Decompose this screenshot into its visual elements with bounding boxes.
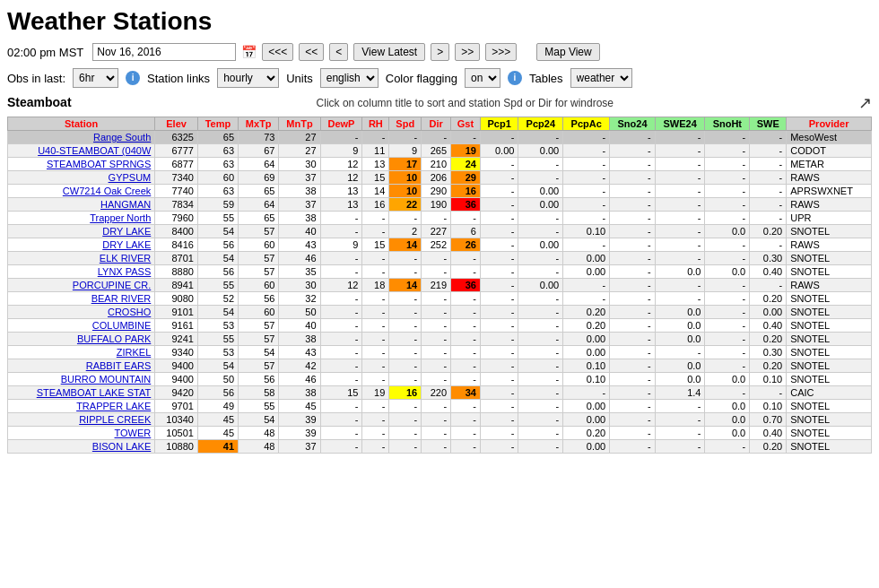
cell-temp: 53 xyxy=(197,346,238,359)
cell-temp: 54 xyxy=(197,252,238,265)
cell-station[interactable]: STEAMBOAT LAKE STAT xyxy=(8,386,155,400)
cell-provider[interactable]: SNOTEL xyxy=(787,265,872,279)
cell-provider[interactable]: SNOTEL xyxy=(787,292,872,306)
nav-back1[interactable]: < xyxy=(329,43,348,61)
cell-provider[interactable]: RAWS xyxy=(787,238,872,252)
cell-station[interactable]: CROSHO xyxy=(8,306,155,319)
cell-dir: 210 xyxy=(422,158,451,171)
col-pcpac[interactable]: PcpAc xyxy=(563,117,610,131)
cell-dir: 190 xyxy=(422,198,451,212)
col-elev[interactable]: Elev xyxy=(155,117,198,131)
nav-back2[interactable]: << xyxy=(299,43,324,61)
col-pcp1[interactable]: Pcp1 xyxy=(480,117,518,131)
cell-station[interactable]: COLUMBINE xyxy=(8,319,155,333)
col-mxtp[interactable]: MxTp xyxy=(239,117,279,131)
cell-station[interactable]: HANGMAN xyxy=(8,198,155,212)
cell-station[interactable]: GYPSUM xyxy=(8,171,155,185)
cell-provider[interactable]: SNOTEL xyxy=(787,252,872,265)
cell-provider[interactable]: MesoWest xyxy=(787,131,872,144)
view-latest-button[interactable]: View Latest xyxy=(353,43,425,61)
cell-station[interactable]: Trapper North xyxy=(8,212,155,225)
col-spd[interactable]: Spd xyxy=(389,117,422,131)
tables-label: Tables xyxy=(529,72,563,85)
cell-station[interactable]: LYNX PASS xyxy=(8,265,155,279)
cell-provider[interactable]: SNOTEL xyxy=(787,413,872,427)
cell-provider[interactable]: SNOTEL xyxy=(787,346,872,359)
cell-provider[interactable]: APRSWXNET xyxy=(787,185,872,198)
units-select[interactable]: englishmetric xyxy=(320,68,379,88)
cell-provider[interactable]: RAWS xyxy=(787,198,872,212)
cell-provider[interactable]: SNOTEL xyxy=(787,306,872,319)
col-rh[interactable]: RH xyxy=(362,117,389,131)
calendar-icon[interactable]: 📅 xyxy=(241,45,257,59)
cell-sno24: - xyxy=(610,131,656,144)
table-row: RIPPLE CREEK10340455439-------0.00--0.00… xyxy=(8,413,872,427)
color-flagging-select[interactable]: onoff xyxy=(465,68,500,88)
cell-provider[interactable]: SNOTEL xyxy=(787,373,872,386)
cell-station[interactable]: DRY LAKE xyxy=(8,238,155,252)
cell-provider[interactable]: UPR xyxy=(787,212,872,225)
obs-info-icon[interactable]: i xyxy=(126,71,140,85)
cell-station[interactable]: BUFFALO PARK xyxy=(8,333,155,346)
cell-provider[interactable]: SNOTEL xyxy=(787,225,872,238)
color-info-icon[interactable]: i xyxy=(508,71,522,85)
cell-sno24: - xyxy=(610,212,656,225)
cell-provider[interactable]: SNOTEL xyxy=(787,400,872,413)
cell-dir: - xyxy=(422,306,451,319)
map-view-button[interactable]: Map View xyxy=(536,43,599,61)
cell-station[interactable]: TOWER xyxy=(8,427,155,440)
cell-station[interactable]: TRAPPER LAKE xyxy=(8,400,155,413)
cell-swe24: - xyxy=(655,158,705,171)
cell-provider[interactable]: METAR xyxy=(787,158,872,171)
nav-fwd1[interactable]: > xyxy=(431,43,449,61)
cell-spd: - xyxy=(389,373,422,386)
cell-provider[interactable]: SNOTEL xyxy=(787,359,872,373)
nav-fwd2[interactable]: >> xyxy=(455,43,480,61)
cell-station[interactable]: CW7214 Oak Creek xyxy=(8,185,155,198)
cell-provider[interactable]: CODOT xyxy=(787,144,872,158)
col-sno24[interactable]: Sno24 xyxy=(610,117,656,131)
col-dewp[interactable]: DewP xyxy=(320,117,362,131)
cell-station[interactable]: U40-STEAMBOAT (040W xyxy=(8,144,155,158)
cell-pcp1: - xyxy=(480,319,518,333)
cell-station[interactable]: ZIRKEL xyxy=(8,346,155,359)
col-station[interactable]: Station xyxy=(8,117,155,131)
nav-far-back[interactable]: <<< xyxy=(262,43,293,61)
obs-select[interactable]: 6hr1hr2hr3hr12hr24hr xyxy=(73,68,118,88)
tables-select[interactable]: weathersnowwind xyxy=(570,68,632,88)
cell-provider[interactable]: SNOTEL xyxy=(787,319,872,333)
date-input[interactable] xyxy=(92,43,236,61)
cell-station[interactable]: RABBIT EARS xyxy=(8,359,155,373)
cell-station[interactable]: Range South xyxy=(8,131,155,144)
cell-station[interactable]: PORCUPINE CR. xyxy=(8,279,155,292)
cell-station[interactable]: BISON LAKE xyxy=(8,440,155,454)
station-links-select[interactable]: hourlydailymonthly xyxy=(217,68,279,88)
col-swe24[interactable]: SWE24 xyxy=(655,117,705,131)
col-dir[interactable]: Dir xyxy=(422,117,451,131)
cell-station[interactable]: BEAR RIVER xyxy=(8,292,155,306)
cell-station[interactable]: DRY LAKE xyxy=(8,225,155,238)
cell-station[interactable]: RIPPLE CREEK xyxy=(8,413,155,427)
cell-provider[interactable]: SNOTEL xyxy=(787,427,872,440)
cell-snoht: - xyxy=(705,131,750,144)
col-mntp[interactable]: MnTp xyxy=(279,117,320,131)
cell-swe: 0.20 xyxy=(750,333,787,346)
cell-provider[interactable]: RAWS xyxy=(787,171,872,185)
cell-mxtp: 67 xyxy=(239,144,279,158)
cell-provider[interactable]: CAIC xyxy=(787,386,872,400)
col-swe[interactable]: SWE xyxy=(750,117,787,131)
col-temp[interactable]: Temp xyxy=(197,117,238,131)
cell-station[interactable]: BURRO MOUNTAIN xyxy=(8,373,155,386)
cell-provider[interactable]: RAWS xyxy=(787,279,872,292)
col-snoht[interactable]: SnoHt xyxy=(705,117,750,131)
col-pcp24[interactable]: Pcp24 xyxy=(518,117,563,131)
cell-dewp: 9 xyxy=(320,144,362,158)
cell-station[interactable]: STEAMBOAT SPRNGS xyxy=(8,158,155,171)
cell-swe: 0.40 xyxy=(750,265,787,279)
cell-dir: 252 xyxy=(422,238,451,252)
cell-station[interactable]: ELK RIVER xyxy=(8,252,155,265)
col-gst[interactable]: Gst xyxy=(451,117,481,131)
cell-provider[interactable]: SNOTEL xyxy=(787,440,872,454)
cell-provider[interactable]: SNOTEL xyxy=(787,333,872,346)
nav-far-fwd[interactable]: >>> xyxy=(485,43,517,61)
